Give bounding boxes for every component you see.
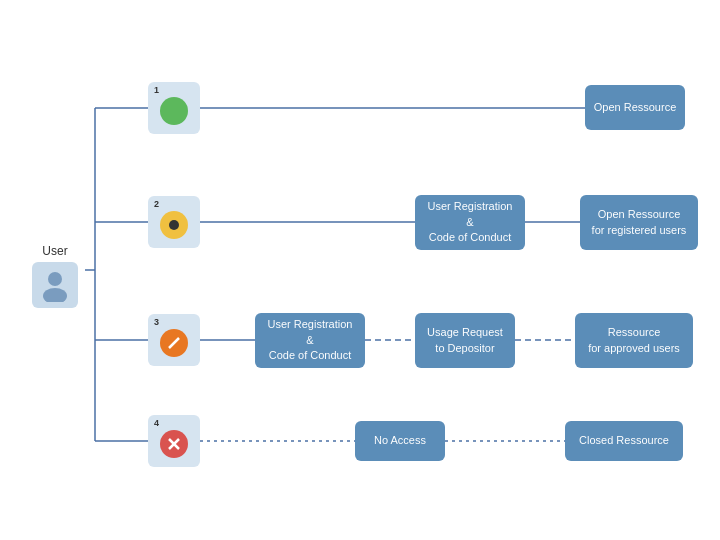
person-icon [38,268,72,302]
user-label: User [42,244,67,258]
open-resource-1: Open Ressource [585,85,685,130]
usage-request: Usage Requestto Depositor [415,313,515,368]
x-icon [166,436,182,452]
icon-circle-1 [160,97,188,125]
user-reg-3: User Registration&Code of Conduct [255,313,365,368]
user-node: User [20,244,90,308]
icon-circle-3 [160,329,188,357]
row-2-num: 2 [154,200,159,209]
row-4-num: 4 [154,419,159,428]
closed-resource: Closed Ressource [565,421,683,461]
icon-circle-2 [160,211,188,239]
no-access: No Access [355,421,445,461]
user-reg-2: User Registration&Code of Conduct [415,195,525,250]
ban-icon [165,334,183,352]
icon-box-3: 3 [148,314,200,366]
icon-circle-4 [160,430,188,458]
user-avatar [32,262,78,308]
diagram: User 1 2 3 4 [0,0,720,540]
icon-box-1: 1 [148,82,200,134]
icon-box-4: 4 [148,415,200,467]
resource-approved: Ressourcefor approved users [575,313,693,368]
row-3-num: 3 [154,318,159,327]
row-1-num: 1 [154,86,159,95]
icon-box-2: 2 [148,196,200,248]
svg-line-16 [169,338,179,348]
svg-point-15 [43,288,67,302]
svg-point-14 [48,272,62,286]
open-resource-registered: Open Ressourcefor registered users [580,195,698,250]
